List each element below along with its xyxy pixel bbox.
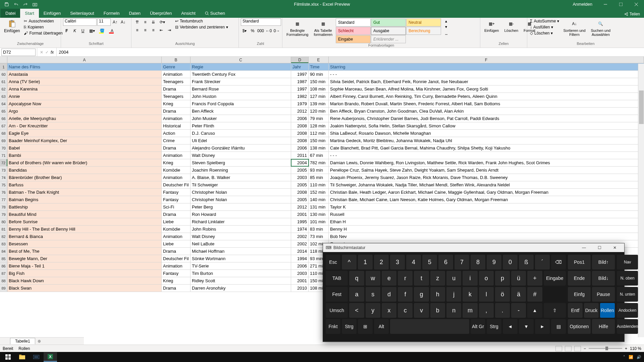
orientation-button[interactable]: ⟳▾ — [158, 18, 167, 26]
row-header[interactable]: 72 — [0, 159, 7, 166]
row-header[interactable]: 80 — [0, 218, 7, 225]
key-f[interactable]: f — [398, 287, 413, 302]
cell[interactable]: Crime — [162, 137, 191, 144]
cell[interactable]: - - - — [329, 71, 644, 78]
key-nav-down[interactable]: N. unten — [617, 287, 638, 302]
cell[interactable]: Frank Strecker — [191, 78, 291, 85]
cell[interactable]: 93 min — [309, 167, 329, 174]
delete-cells-button[interactable]: ▦-Löschen — [502, 18, 520, 34]
cell[interactable]: Penélope Cruz, Salma Hayek, Steve Zahn, … — [329, 167, 644, 174]
row-header[interactable]: 82 — [0, 233, 7, 240]
key-m[interactable]: m — [463, 303, 477, 318]
undo-icon[interactable] — [12, 1, 20, 8]
cell[interactable]: Best of Me, The — [7, 248, 162, 255]
cell[interactable]: Ridley Scott — [191, 277, 291, 284]
cell[interactable]: Fantasy — [162, 196, 191, 203]
vertical-scrollbar[interactable] — [638, 64, 644, 337]
find-select-button[interactable]: 🔍Suchen und Auswählen — [589, 18, 613, 38]
cell[interactable]: 152 min — [309, 189, 329, 196]
cell[interactable]: Francis Ford Coppola — [191, 100, 291, 107]
start-button[interactable] — [1, 352, 15, 362]
style-gut[interactable]: Gut — [371, 18, 406, 26]
cell[interactable]: Joakim Natterqvist, Sofia Helin, Stellan… — [329, 122, 644, 129]
cell[interactable]: Drama — [162, 85, 191, 93]
cell[interactable]: 2008 — [291, 122, 309, 129]
cell[interactable]: 138 min — [309, 144, 329, 152]
key-left[interactable]: ◄ — [503, 319, 518, 334]
currency-button[interactable]: $▾ — [241, 27, 248, 35]
row-header[interactable]: 84 — [0, 248, 7, 255]
conditional-formatting-button[interactable]: ▦Bedingte Formatierung — [284, 18, 310, 38]
key-s[interactable]: s — [366, 287, 380, 302]
cell[interactable]: Alejandro González Iñárritu — [191, 144, 291, 152]
cell[interactable]: Baader Meinhof Komplex, Der — [7, 137, 162, 144]
shrink-font-button[interactable]: A↓ — [119, 18, 127, 26]
key-space[interactable] — [390, 319, 469, 334]
key-menu[interactable]: ▤ — [551, 319, 566, 334]
cell[interactable]: Rene Auberjonois, Christopher Daniel Bar… — [329, 115, 644, 122]
cell[interactable]: 150 min — [309, 78, 329, 85]
style-berechnung[interactable]: Berechnung — [406, 27, 441, 35]
cell[interactable]: Teenagers — [162, 78, 191, 85]
cell[interactable]: John Robins — [191, 226, 291, 233]
view-page-layout-button[interactable] — [565, 346, 572, 351]
cell[interactable]: Joachim Roenning — [191, 167, 291, 174]
cell[interactable]: 108 min — [309, 85, 329, 93]
cell[interactable]: 1974 — [291, 226, 309, 233]
cell[interactable]: Drama — [162, 108, 191, 115]
key-pos1[interactable]: Pos1 — [568, 255, 591, 269]
cell[interactable]: 2012 — [291, 108, 309, 115]
cell[interactable]: Komödie — [162, 226, 191, 233]
close-button[interactable] — [629, 0, 644, 8]
cancel-formula-icon[interactable]: ✕ — [40, 50, 43, 55]
cell[interactable]: 2005 — [291, 196, 309, 203]
key-3[interactable]: 3 — [390, 255, 405, 269]
cell[interactable]: Liebe — [162, 218, 191, 225]
autosum-button[interactable]: ΣAutoSumme▾ — [529, 18, 560, 24]
key-dot[interactable]: . — [495, 303, 510, 318]
key-down[interactable]: ▼ — [519, 319, 534, 334]
key-caret[interactable]: ^ — [342, 255, 357, 269]
row-header[interactable]: 83 — [0, 240, 7, 247]
cell[interactable]: Argo — [7, 108, 162, 115]
key-j[interactable]: j — [446, 287, 461, 302]
cell[interactable]: 2003 — [291, 174, 309, 181]
key-comma[interactable]: , — [479, 303, 494, 318]
bold-button[interactable]: F — [63, 27, 70, 35]
key-win[interactable]: ⊞ — [358, 319, 373, 334]
key-oe[interactable]: ö — [495, 287, 510, 302]
view-page-break-button[interactable] — [574, 346, 581, 351]
row-header[interactable]: 65 — [0, 108, 7, 115]
cell[interactable]: Ben Affleck — [191, 108, 291, 115]
cell[interactable]: Sönke Wortmann — [191, 255, 291, 262]
taskbar-excel[interactable]: X — [44, 352, 57, 362]
cell[interactable]: 1987 — [291, 78, 309, 85]
key-end[interactable]: Ende — [568, 271, 591, 286]
cell[interactable]: 127 min — [309, 93, 329, 100]
align-left-button[interactable]: ≡ — [133, 26, 141, 34]
cell[interactable]: 90 min — [309, 71, 329, 78]
row-header[interactable]: 62 — [0, 85, 7, 93]
cell[interactable]: Albert Finney, Carol Burnett, Ann Reinki… — [329, 93, 644, 100]
key-u[interactable]: u — [446, 271, 461, 286]
row-header[interactable]: 68 — [0, 130, 7, 137]
tab-start[interactable]: Start — [20, 9, 39, 18]
key-pgdn[interactable]: Bild↓ — [592, 271, 615, 286]
cell[interactable]: Bambi — [7, 152, 162, 159]
cell[interactable]: Darren Aronofsky — [191, 285, 291, 292]
cell[interactable]: Peter Flinth — [191, 122, 291, 129]
cell[interactable]: 1997 — [291, 85, 309, 93]
align-bottom-button[interactable]: ⇊ — [150, 18, 157, 26]
osk-close-button[interactable]: ✕ — [608, 244, 622, 251]
key-q[interactable]: q — [349, 271, 364, 286]
indent-increase-button[interactable]: ⇥ — [166, 26, 173, 34]
tab-formulas[interactable]: Formeln — [99, 9, 124, 18]
number-format-combo[interactable]: Standard — [241, 18, 281, 26]
cell[interactable]: 140 min — [309, 196, 329, 203]
sheet-tab-tabelle1[interactable]: Tabelle1 — [10, 338, 35, 344]
cell[interactable]: 1982 — [291, 93, 309, 100]
cell[interactable]: Arielle, die Meerjungfrau — [7, 115, 162, 122]
key-enter[interactable]: Eingabe — [544, 271, 566, 286]
row-header[interactable]: 89 — [0, 285, 7, 292]
key-esc[interactable]: Esc — [326, 255, 340, 269]
